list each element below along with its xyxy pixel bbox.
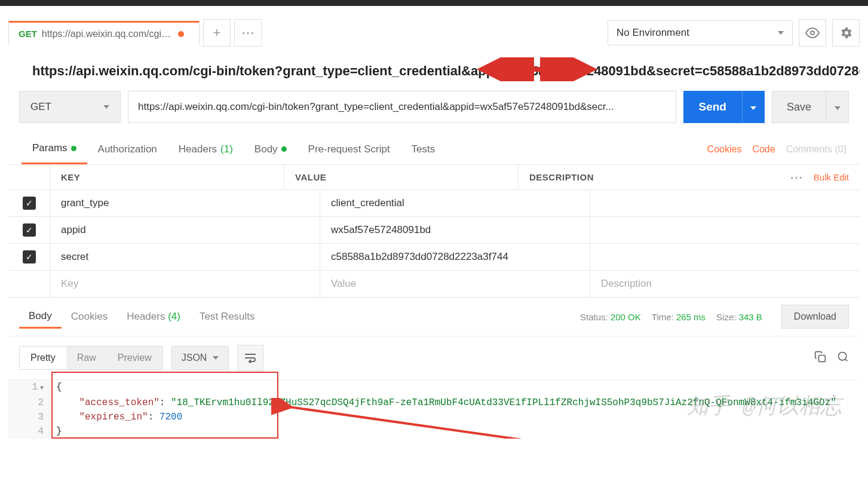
response-tabs: Body Cookies Headers (4) Test Results St… xyxy=(8,298,860,336)
param-description-input[interactable] xyxy=(590,244,860,270)
resp-tab-headers[interactable]: Headers (4) xyxy=(117,306,190,327)
tab-tests[interactable]: Tests xyxy=(401,135,446,164)
resp-tab-body[interactable]: Body xyxy=(19,305,62,329)
checkbox-icon[interactable]: ✓ xyxy=(23,250,36,264)
request-title-url: https://api.weixin.qq.com/cgi-bin/token?… xyxy=(8,47,860,91)
resp-tab-tests[interactable]: Test Results xyxy=(190,306,265,327)
svg-point-0 xyxy=(811,31,814,35)
indicator-dot-icon xyxy=(281,146,287,152)
chevron-down-icon xyxy=(213,356,219,360)
param-key-input[interactable]: appid xyxy=(50,217,320,243)
cookies-link[interactable]: Cookies xyxy=(707,144,742,155)
save-button-group: Save xyxy=(772,91,849,123)
tab-authorization[interactable]: Authorization xyxy=(87,135,168,164)
status-value: 200 OK xyxy=(611,312,641,322)
request-tab[interactable]: GET https://api.weixin.qq.com/cgi-bir xyxy=(8,21,200,45)
view-preview[interactable]: Preview xyxy=(107,347,162,369)
tab-prerequest[interactable]: Pre-request Script xyxy=(297,135,401,164)
resp-tab-cookies[interactable]: Cookies xyxy=(62,306,117,327)
code-link[interactable]: Code xyxy=(752,144,775,155)
column-header-key: KEY xyxy=(50,165,284,189)
status-label: Status: xyxy=(580,312,608,322)
size-value: 343 B xyxy=(739,312,762,322)
param-key-input[interactable]: grant_type xyxy=(50,190,320,216)
param-description-input[interactable] xyxy=(590,217,860,243)
response-view-toolbar: Pretty Raw Preview JSON xyxy=(8,336,860,379)
param-value-input[interactable]: c58588a1b2d8973dd0728d2223a3f744 xyxy=(320,244,590,270)
view-raw[interactable]: Raw xyxy=(66,347,107,369)
params-table-body: ✓grant_typeclient_credential✓appidwx5af5… xyxy=(8,190,860,271)
time-label: Time: xyxy=(652,312,674,322)
new-value-input[interactable]: Value xyxy=(320,271,590,297)
time-value: 265 ms xyxy=(676,312,706,322)
environment-select[interactable]: No Environment xyxy=(608,20,793,45)
checkbox-icon[interactable]: ✓ xyxy=(23,223,36,237)
tabs-row: GET https://api.weixin.qq.com/cgi-bir + … xyxy=(8,6,860,47)
environment-preview-button[interactable] xyxy=(799,19,826,47)
url-input-value: https://api.weixin.qq.com/cgi-bin/token?… xyxy=(138,101,614,113)
send-button[interactable]: Send xyxy=(683,91,742,123)
search-button[interactable] xyxy=(837,351,849,366)
request-line: GET https://api.weixin.qq.com/cgi-bin/to… xyxy=(8,91,860,134)
column-options-button[interactable]: ⋯ xyxy=(790,170,804,185)
unsaved-indicator-icon xyxy=(178,31,184,37)
params-new-row[interactable]: Key Value Description xyxy=(8,271,860,298)
download-button[interactable]: Download xyxy=(781,305,849,329)
view-mode-group: Pretty Raw Preview xyxy=(19,346,163,370)
column-header-value: VALUE xyxy=(284,165,519,189)
format-label: JSON xyxy=(182,353,207,363)
svg-point-4 xyxy=(839,352,846,360)
param-row: ✓secretc58588a1b2d8973dd0728d2223a3f744 xyxy=(8,244,860,271)
tab-url-label: https://api.weixin.qq.com/cgi-bir xyxy=(42,29,173,39)
param-row: ✓appidwx5af57e57248091bd xyxy=(8,217,860,244)
new-description-input[interactable]: Description xyxy=(590,271,860,297)
tab-method-label: GET xyxy=(19,29,37,39)
indicator-dot-icon xyxy=(71,146,76,151)
params-header-row: KEY VALUE DESCRIPTION ⋯ Bulk Edit xyxy=(8,165,860,190)
checkbox-icon[interactable]: ✓ xyxy=(23,197,36,210)
svg-rect-3 xyxy=(819,355,826,361)
method-select[interactable]: GET xyxy=(19,91,121,123)
view-pretty[interactable]: Pretty xyxy=(20,347,66,369)
tab-body[interactable]: Body xyxy=(244,135,297,164)
tab-headers[interactable]: Headers (1) xyxy=(168,135,244,164)
new-tab-button[interactable]: + xyxy=(203,19,231,47)
chevron-down-icon xyxy=(750,106,756,110)
request-url-large: https://api.weixin.qq.com/cgi-bin/token?… xyxy=(32,63,860,78)
send-dropdown-button[interactable] xyxy=(742,91,765,123)
param-row: ✓grant_typeclient_credential xyxy=(8,190,860,217)
param-key-input[interactable]: secret xyxy=(50,244,320,270)
tab-options-button[interactable]: ⋯ xyxy=(234,19,262,47)
settings-button[interactable] xyxy=(832,19,860,47)
response-body-viewer: 1▼{ 2 "access_token": "18_TKErvm1hu0Il92… xyxy=(8,379,860,439)
send-button-group: Send xyxy=(683,91,765,123)
new-key-input[interactable]: Key xyxy=(50,271,320,297)
url-input[interactable]: https://api.weixin.qq.com/cgi-bin/token?… xyxy=(128,91,676,123)
param-description-input[interactable] xyxy=(590,190,860,216)
method-label: GET xyxy=(30,101,51,113)
param-value-input[interactable]: client_credential xyxy=(320,190,590,216)
bulk-edit-link[interactable]: Bulk Edit xyxy=(814,172,849,182)
param-value-input[interactable]: wx5af57e57248091bd xyxy=(320,217,590,243)
comments-link[interactable]: Comments (0) xyxy=(786,144,846,155)
svg-line-5 xyxy=(845,359,848,361)
chevron-down-icon xyxy=(778,31,784,35)
chevron-down-icon xyxy=(835,106,841,110)
size-label: Size: xyxy=(716,312,736,322)
environment-label: No Environment xyxy=(617,27,689,39)
format-select[interactable]: JSON xyxy=(171,346,229,370)
wrap-lines-button[interactable] xyxy=(237,345,263,371)
tab-params[interactable]: Params xyxy=(22,134,87,164)
column-header-description: DESCRIPTION xyxy=(519,165,752,189)
app-topbar xyxy=(0,0,868,6)
chevron-down-icon xyxy=(103,105,109,109)
copy-button[interactable] xyxy=(814,351,826,366)
save-button[interactable]: Save xyxy=(772,91,826,123)
save-dropdown-button[interactable] xyxy=(826,91,849,123)
request-subtabs: Params Authorization Headers (1) Body Pr… xyxy=(8,134,860,165)
